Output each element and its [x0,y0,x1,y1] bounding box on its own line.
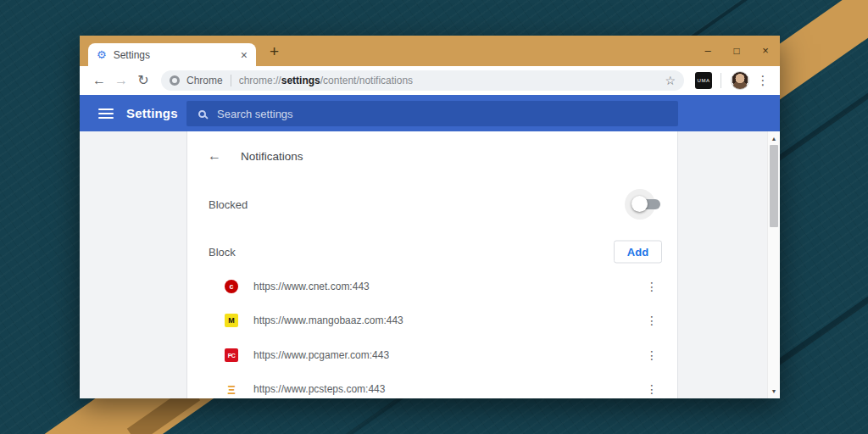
site-menu-icon[interactable]: ⋮ [645,348,659,362]
browser-toolbar: ← → ↻ Chrome chrome://settings/content/n… [80,66,780,95]
reload-icon[interactable]: ↻ [132,74,154,87]
tab-title: Settings [114,49,239,61]
settings-header: Settings Search settings [80,95,780,131]
page-header: ← Notifications [187,139,303,173]
mangobaaz-favicon: M [225,314,238,327]
pcsteps-favicon: Ξ [225,382,238,396]
site-url: https://www.cnet.com:443 [253,281,370,292]
site-url: https://www.pcsteps.com:443 [253,383,385,395]
scrollbar-thumb[interactable] [770,145,778,227]
tab-strip: ⚙ Settings × + – □ × [80,36,780,66]
omnibox-brand-label: Chrome [186,75,223,86]
close-button[interactable]: × [751,36,780,66]
notifications-card: ← Notifications Blocked Block Add [186,131,678,398]
url-prefix: chrome:// [239,75,281,86]
scrollbar[interactable]: ▲ ▼ [767,131,780,398]
url-text[interactable]: chrome://settings/content/notifications [239,75,413,86]
minimize-button[interactable]: – [693,36,722,66]
scroll-up-icon[interactable]: ▲ [768,136,780,142]
window-controls: – □ × [693,36,780,66]
bookmark-star-icon[interactable]: ☆ [665,74,676,87]
cnet-favicon: c [225,280,238,293]
site-url: https://www.pcgamer.com:443 [253,349,389,361]
pcgamer-favicon: PC [225,348,238,362]
page-title: Notifications [241,150,303,163]
blocked-toggle[interactable] [623,187,667,221]
url-suffix: /content/notifications [320,75,413,86]
settings-header-title: Settings [126,95,178,131]
maximize-button[interactable]: □ [722,36,751,66]
profile-avatar[interactable] [731,71,749,90]
site-row-cnet: c https://www.cnet.com:443 ⋮ [187,270,677,303]
settings-content: ← Notifications Blocked Block Add [80,131,780,398]
tab-settings[interactable]: ⚙ Settings × [88,43,256,66]
url-highlight: settings [281,75,320,86]
site-row-pcsteps: Ξ https://www.pcsteps.com:443 ⋮ [187,372,677,398]
omnibox-separator [231,75,231,86]
hamburger-menu-icon[interactable] [98,108,114,110]
chrome-logo-icon [170,75,180,86]
site-row-mangobaaz: M https://www.mangobaaz.com:443 ⋮ [187,303,677,337]
back-icon[interactable]: ← [88,74,110,87]
search-settings-input[interactable]: Search settings [186,101,678,126]
blocked-label: Blocked [209,198,248,211]
desktop-wallpaper: ⚙ Settings × + – □ × ← → ↻ Chrome chrome… [0,0,868,434]
toolbar-separator [721,73,721,88]
site-row-pcgamer: PC https://www.pcgamer.com:443 ⋮ [187,338,677,372]
new-tab-button[interactable]: + [270,43,279,59]
site-menu-icon[interactable]: ⋮ [645,382,659,396]
settings-gear-icon: ⚙ [97,49,107,60]
site-menu-icon[interactable]: ⋮ [645,314,659,327]
extension-icon[interactable]: UMA [695,72,712,89]
scroll-down-icon[interactable]: ▼ [768,388,780,394]
toggle-knob [632,196,648,212]
forward-icon: → [110,74,132,87]
browser-window: ⚙ Settings × + – □ × ← → ↻ Chrome chrome… [80,36,780,398]
block-label: Block [209,246,236,259]
block-section-row: Block Add [187,235,677,269]
back-arrow-icon[interactable]: ← [208,148,221,164]
search-placeholder: Search settings [217,108,293,120]
search-icon [198,110,206,118]
tab-close-icon[interactable]: × [239,48,249,62]
blocked-row: Blocked [187,187,677,221]
browser-menu-icon[interactable]: ⋮ [754,73,771,88]
address-bar[interactable]: Chrome chrome://settings/content/notific… [161,70,684,91]
site-url: https://www.mangobaaz.com:443 [253,314,403,326]
add-button[interactable]: Add [614,241,662,264]
site-menu-icon[interactable]: ⋮ [645,280,659,293]
